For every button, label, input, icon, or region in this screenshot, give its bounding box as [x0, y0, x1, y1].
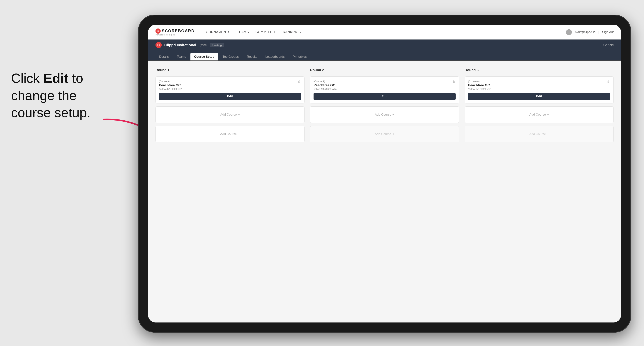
round-3-add-course-1[interactable]: Add Course + — [464, 106, 614, 123]
round-2-add-course-1[interactable]: Add Course + — [310, 106, 459, 123]
tournament-bar: C Clippd Invitational (Men) Hosting Canc… — [148, 39, 621, 50]
tab-leaderboards[interactable]: Leaderboards — [262, 53, 288, 60]
nav-link-rankings[interactable]: RANKINGS — [283, 30, 301, 34]
main-content: Round 1 🗑 (Course A) Peachtree GC Yellow… — [148, 61, 621, 323]
round-3-course-name: Peachtree GC — [468, 83, 610, 87]
sign-out-link[interactable]: Sign out — [602, 30, 614, 34]
round-2-add-course-2: Add Course + — [310, 126, 459, 142]
round-2-title: Round 2 — [310, 68, 459, 72]
add-icon-4: + — [392, 132, 394, 136]
tournament-name: Clippd Invitational — [164, 43, 196, 47]
round-1-title: Round 1 — [156, 68, 304, 72]
tab-details[interactable]: Details — [156, 53, 172, 60]
cancel-button[interactable]: Cancel — [603, 43, 614, 47]
round-2-course-label: (Course A) — [314, 80, 456, 83]
nav-link-teams[interactable]: TEAMS — [237, 30, 249, 34]
logo-sub: Powered by clippd — [156, 34, 195, 36]
avatar — [566, 29, 572, 35]
round-3-title: Round 3 — [464, 68, 614, 72]
rounds-grid: Round 1 🗑 (Course A) Peachtree GC Yellow… — [156, 68, 614, 142]
add-icon-5: + — [547, 113, 549, 117]
tournament-info: C Clippd Invitational (Men) Hosting — [156, 42, 224, 48]
logo-title: CSCOREBOARD — [156, 28, 195, 34]
round-3-course-card: 🗑 (Course A) Peachtree GC Yellow (M) (66… — [464, 76, 614, 103]
nav-links: TOURNAMENTS TEAMS COMMITTEE RANKINGS — [204, 30, 301, 34]
add-icon-3: + — [392, 113, 394, 117]
tablet-screen: CSCOREBOARD Powered by clippd TOURNAMENT… — [148, 25, 621, 323]
round-1-add-course-2[interactable]: Add Course + — [156, 126, 304, 142]
tab-results[interactable]: Results — [243, 53, 261, 60]
round-3-course-details: Yellow (M) (6629 yds) — [468, 88, 610, 90]
tab-bar: Details Teams Course Setup Tee Groups Re… — [148, 50, 621, 61]
logo-letter: C — [156, 28, 161, 34]
round-2-edit-button[interactable]: Edit — [314, 93, 456, 100]
round-1-add-course-1[interactable]: Add Course + — [156, 106, 304, 123]
round-1-course-details: Yellow (M) (6629 yds) — [159, 88, 301, 90]
tournament-gender: (Men) — [200, 43, 208, 47]
tournament-logo: C — [156, 42, 162, 48]
round-2-column: Round 2 🗑 (Course A) Peachtree GC Yellow… — [310, 68, 459, 142]
round-1-course-label: (Course A) — [159, 80, 301, 83]
round-3-edit-button[interactable]: Edit — [468, 93, 610, 100]
top-nav: CSCOREBOARD Powered by clippd TOURNAMENT… — [148, 25, 621, 39]
user-email: blair@clippd.io — [575, 30, 596, 34]
round-1-delete-icon[interactable]: 🗑 — [297, 79, 302, 84]
tab-tee-groups[interactable]: Tee Groups — [219, 53, 242, 60]
tab-course-setup[interactable]: Course Setup — [190, 53, 218, 60]
round-1-course-card: 🗑 (Course A) Peachtree GC Yellow (M) (66… — [156, 76, 304, 103]
tab-teams[interactable]: Teams — [173, 53, 190, 60]
nav-link-tournaments[interactable]: TOURNAMENTS — [204, 30, 230, 34]
nav-right: blair@clippd.io | Sign out — [566, 29, 614, 35]
tablet-frame: CSCOREBOARD Powered by clippd TOURNAMENT… — [138, 15, 631, 333]
round-2-course-details: Yellow (M) (6629 yds) — [314, 88, 456, 90]
round-1-column: Round 1 🗑 (Course A) Peachtree GC Yellow… — [156, 68, 304, 142]
round-3-course-label: (Course A) — [468, 80, 610, 83]
nav-left: CSCOREBOARD Powered by clippd TOURNAMENT… — [156, 28, 301, 36]
round-2-course-card: 🗑 (Course A) Peachtree GC Yellow (M) (66… — [310, 76, 459, 103]
round-1-edit-button[interactable]: Edit — [159, 93, 301, 100]
round-1-course-name: Peachtree GC — [159, 83, 301, 87]
round-3-delete-icon[interactable]: 🗑 — [606, 79, 611, 84]
round-3-column: Round 3 🗑 (Course A) Peachtree GC Yellow… — [464, 68, 614, 142]
separator: | — [598, 30, 599, 34]
round-2-course-name: Peachtree GC — [314, 83, 456, 87]
logo-area: CSCOREBOARD Powered by clippd — [156, 28, 195, 36]
add-icon-2: + — [238, 132, 240, 136]
round-2-delete-icon[interactable]: 🗑 — [452, 79, 456, 84]
add-icon-6: + — [547, 132, 549, 136]
hosting-badge: Hosting — [210, 43, 224, 47]
nav-link-committee[interactable]: COMMITTEE — [256, 30, 276, 34]
tab-printables[interactable]: Printables — [289, 53, 310, 60]
add-icon-1: + — [238, 113, 240, 117]
round-3-add-course-2: Add Course + — [464, 126, 614, 142]
instruction-bold: Edit — [44, 71, 68, 86]
instruction-text: Click Edit to change the course setup. — [11, 70, 114, 122]
instruction-before: Click — [11, 71, 44, 86]
